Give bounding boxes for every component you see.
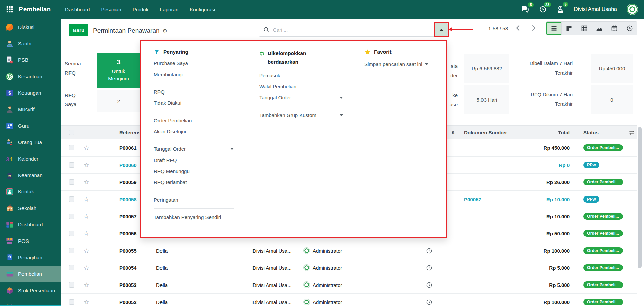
sidebar-item-stok-persediaan[interactable]: Stok Persediaan	[0, 282, 61, 299]
table-row[interactable]: ☆ P00053 Della Divisi Amal Usa... Admini…	[61, 276, 637, 294]
sidebar-item-diskusi[interactable]: Diskusi	[0, 19, 61, 35]
activity-clock-icon[interactable]	[419, 282, 439, 288]
table-row[interactable]: ☆ P00054 Della Divisi Amal Usa... Admini…	[61, 259, 637, 276]
star-icon[interactable]: ☆	[80, 230, 93, 237]
row-checkbox[interactable]	[69, 214, 74, 219]
sidebar-item-keuangan[interactable]: $ Keuangan	[0, 85, 61, 101]
row-checkbox[interactable]	[69, 231, 74, 236]
sidebar-item-guru[interactable]: Guru	[0, 118, 61, 134]
row-checkbox[interactable]	[69, 196, 74, 202]
kpi-bought-7days-tile[interactable]: Rp 450.000	[591, 54, 633, 83]
sidebar-item-kesantrian[interactable]: Kesantrian	[0, 68, 61, 85]
menu-dashboard[interactable]: Dashboard	[59, 0, 95, 19]
activities-clock-icon[interactable]: 23	[539, 5, 547, 13]
column-total[interactable]: Total	[516, 130, 570, 135]
app-name[interactable]: Pembelian	[19, 6, 51, 13]
filter-peringatan[interactable]: Peringatan	[154, 194, 241, 205]
sales-money-icon[interactable]: $ 5	[556, 5, 564, 14]
sidebar-item-orang-tua[interactable]: Orang Tua	[0, 134, 61, 150]
add-custom-filter[interactable]: Tambahkan Penyaring Sendiri	[154, 212, 241, 223]
groupby-wakil-pembelian[interactable]: Wakil Pembelian	[259, 81, 347, 92]
save-current-search[interactable]: Simpan pencarian saat ini	[364, 59, 442, 70]
pager-previous-icon[interactable]	[514, 24, 523, 32]
column-dokumen-sumber[interactable]: Dokumen Sumber	[439, 130, 516, 135]
filter-rfq-menunggu[interactable]: RFQ Menunggu	[154, 166, 241, 177]
filter-rfq-terlambat[interactable]: RFQ terlambat	[154, 177, 241, 188]
row-checkbox[interactable]	[69, 299, 74, 305]
star-icon[interactable]: ☆	[80, 195, 93, 203]
view-activity-button[interactable]	[622, 22, 637, 35]
view-list-button[interactable]	[546, 22, 561, 35]
messages-icon[interactable]: 5	[521, 5, 530, 13]
sidebar-item-keamanan[interactable]: Keamanan	[0, 167, 61, 183]
kpi-lead-time-tile[interactable]: 5.03 Hari	[464, 85, 509, 114]
sidebar-item-pos[interactable]: POS	[0, 233, 61, 249]
row-reference[interactable]: P00052	[93, 299, 156, 305]
star-icon[interactable]: ☆	[80, 264, 93, 272]
sidebar-item-psb[interactable]: PSB	[0, 52, 61, 68]
sidebar-item-kalender[interactable]: 31 Kalender	[0, 150, 61, 167]
row-checkbox[interactable]	[69, 282, 74, 288]
row-checkbox[interactable]	[69, 265, 74, 270]
table-row[interactable]: ☆ P00052 Della Divisi Amal Usa... Admini…	[61, 294, 637, 306]
sidebar-item-sekolah[interactable]: Sekolah	[0, 200, 61, 216]
star-icon[interactable]: ☆	[80, 178, 93, 186]
row-checkbox[interactable]	[69, 145, 74, 150]
row-source[interactable]: P00057	[439, 196, 516, 202]
vertical-scrollbar[interactable]	[638, 127, 642, 268]
sidebar-item-musyrif[interactable]: Musyrif	[0, 101, 61, 118]
star-icon[interactable]: ☆	[80, 298, 93, 306]
row-checkbox[interactable]	[69, 162, 74, 168]
filter-tidak-diakui[interactable]: Tidak Diakui	[154, 97, 241, 108]
row-reference[interactable]: P00055	[93, 248, 156, 254]
activity-clock-icon[interactable]	[419, 299, 439, 305]
kpi-avg-order-value-tile[interactable]: Rp 6.569.882	[464, 54, 509, 83]
pager-next-icon[interactable]	[529, 24, 538, 32]
user-avatar[interactable]	[627, 4, 638, 15]
sidebar-item-kontak[interactable]: Kontak	[0, 183, 61, 200]
menu-pesanan[interactable]: Pesanan	[95, 0, 127, 19]
kpi-rfq-sent-7days-tile[interactable]: 0	[591, 85, 633, 114]
star-icon[interactable]: ☆	[80, 144, 93, 152]
row-reference[interactable]: P00053	[93, 282, 156, 288]
sidebar-item-dashboard[interactable]: Dashboard	[0, 216, 61, 233]
groupby-pemasok[interactable]: Pemasok	[259, 70, 347, 81]
kpi-all-rfq-tile[interactable]: 3 Untuk Mengirim	[97, 53, 140, 88]
filter-tanggal-order[interactable]: Tanggal Order	[154, 143, 234, 155]
filter-rfq[interactable]: RFQ	[154, 86, 241, 97]
groupby-tanggal-order[interactable]: Tanggal Order	[259, 92, 343, 103]
apps-grid-icon[interactable]	[6, 6, 13, 13]
select-all-checkbox[interactable]	[69, 130, 74, 135]
menu-laporan[interactable]: Laporan	[154, 0, 184, 19]
sidebar-item-penagihan[interactable]: $ Penagihan	[0, 249, 61, 266]
filter-membintangi[interactable]: Membintangi	[154, 69, 241, 80]
row-checkbox[interactable]	[69, 248, 74, 253]
view-kanban-button[interactable]	[561, 22, 577, 35]
activity-clock-icon[interactable]	[419, 265, 439, 271]
user-name[interactable]: Divisi Amal Usaha	[574, 6, 617, 12]
settings-gear-icon[interactable]: ⚙	[163, 28, 167, 34]
menu-produk[interactable]: Produk	[127, 0, 154, 19]
row-reference[interactable]: P00054	[93, 265, 156, 271]
sidebar-item-pembelian[interactable]: Pembelian	[0, 266, 61, 282]
filter-order-pembelian[interactable]: Order Pembelian	[154, 115, 241, 126]
filter-draft-rfq[interactable]: Draft RFQ	[154, 155, 241, 166]
view-pivot-button[interactable]	[577, 22, 592, 35]
row-checkbox[interactable]	[69, 179, 74, 185]
view-graph-button[interactable]	[592, 22, 607, 35]
filter-purchase-saya[interactable]: Purchase Saya	[154, 58, 241, 69]
kpi-my-rfq-tile[interactable]: 2	[97, 90, 140, 112]
add-custom-group[interactable]: Tambahkan Grup Kustom	[259, 110, 343, 121]
new-button[interactable]: Baru	[69, 24, 88, 36]
search-input[interactable]	[270, 27, 435, 33]
star-icon[interactable]: ☆	[80, 213, 93, 220]
filter-akan-disetujui[interactable]: Akan Disetujui	[154, 126, 241, 137]
table-row[interactable]: ☆ P00055 Della Divisi Amal Usa... Admini…	[61, 242, 637, 259]
sidebar-item-santri[interactable]: Santri	[0, 35, 61, 52]
menu-konfigurasi[interactable]: Konfigurasi	[184, 0, 221, 19]
view-calendar-button[interactable]	[607, 22, 622, 35]
activity-clock-icon[interactable]	[419, 248, 439, 254]
star-icon[interactable]: ☆	[80, 247, 93, 255]
optional-columns-icon[interactable]	[628, 129, 635, 136]
star-icon[interactable]: ☆	[80, 161, 93, 169]
